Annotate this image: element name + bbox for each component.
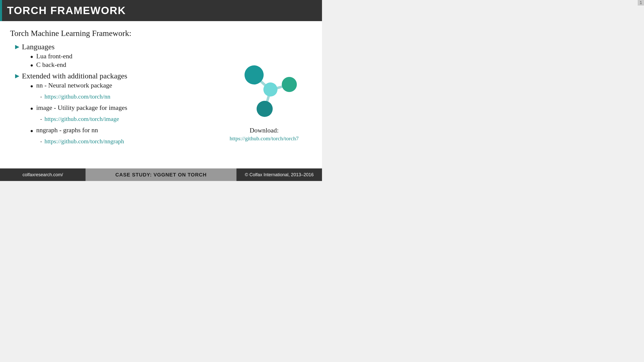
- download-link: https://github.com/torch/torch7: [230, 135, 299, 142]
- triangle-icon-languages: ▶: [15, 43, 19, 50]
- triangle-icon-packages: ▶: [15, 73, 19, 79]
- svg-point-3: [245, 65, 264, 84]
- network-diagram: [224, 57, 304, 123]
- dash-icon: -: [40, 139, 42, 144]
- footer-center: CASE STUDY: VGGNET ON TORCH: [86, 168, 236, 181]
- footer-center-text: CASE STUDY: VGGNET ON TORCH: [115, 172, 207, 178]
- intro-heading: Torch Machine Learning Framework:: [10, 29, 211, 38]
- footer-right-text: © Colfax International, 2013–2016: [245, 172, 313, 177]
- nn-links: - https://github.com/torch/nn: [40, 93, 110, 101]
- image-links: - https://github.com/torch/image: [40, 116, 119, 123]
- svg-point-4: [263, 82, 277, 97]
- level1-packages-label: ▶ Extended with additional packages: [15, 72, 211, 80]
- footer-left: colfaxresearch.com/: [0, 168, 86, 181]
- nngraph-links: - https://github.com/torch/nngraph: [40, 138, 124, 146]
- languages-sublist: ● Lua front-end ● C back-end: [30, 53, 211, 69]
- list-item: ● C back-end: [30, 61, 211, 69]
- packages-sublist: ● nn - Neural network package - https://…: [30, 82, 211, 148]
- bullet-dot: ●: [30, 54, 33, 60]
- list-item-image: ● image - Utility package for images - h…: [30, 104, 211, 125]
- svg-point-5: [282, 77, 297, 92]
- list-item: - https://github.com/torch/nn: [40, 93, 110, 100]
- slide-footer: colfaxresearch.com/ CASE STUDY: VGGNET O…: [0, 168, 322, 181]
- bullet-dot: ●: [30, 83, 33, 89]
- svg-point-6: [257, 101, 273, 117]
- content-right: Download: https://github.com/torch/torch…: [216, 29, 312, 168]
- bullet-dot: ●: [30, 106, 33, 111]
- content-left: Torch Machine Learning Framework: ▶ Lang…: [10, 29, 216, 168]
- slide-title: TORCH FRAMEWORK: [7, 5, 126, 17]
- level1-languages-label: ▶ Languages: [15, 42, 211, 51]
- main-content: Torch Machine Learning Framework: ▶ Lang…: [0, 21, 322, 173]
- list-item-nngraph: ● nngraph - graphs for nn - https://gith…: [30, 126, 211, 148]
- level1-packages: ▶ Extended with additional packages ● nn…: [10, 72, 211, 148]
- list-item: - https://github.com/torch/image: [40, 116, 119, 122]
- list-item-nn: ● nn - Neural network package - https://…: [30, 82, 211, 103]
- list-item: - https://github.com/torch/nngraph: [40, 138, 124, 145]
- dash-icon: -: [40, 94, 42, 100]
- download-label: Download:: [250, 127, 279, 134]
- bullet-dot: ●: [30, 62, 33, 68]
- dash-icon: -: [40, 116, 42, 122]
- footer-right: © Colfax International, 2013–2016: [236, 168, 322, 181]
- list-item: ● Lua front-end: [30, 53, 211, 60]
- slide-header: TORCH FRAMEWORK: [0, 0, 322, 21]
- bullet-dot: ●: [30, 128, 33, 134]
- footer-left-text: colfaxresearch.com/: [22, 172, 63, 177]
- level1-languages: ▶ Languages ● Lua front-end ● C back-end: [10, 42, 211, 69]
